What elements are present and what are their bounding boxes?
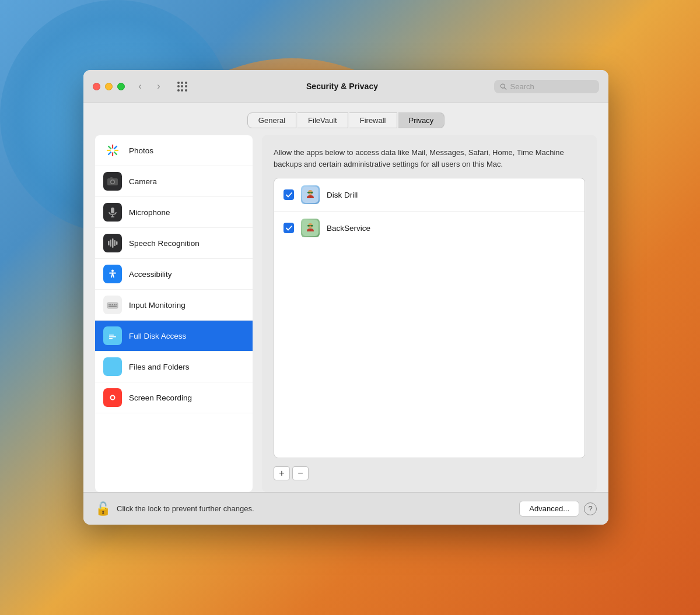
lock-area[interactable]: 🔓 Click the lock to prevent further chan… xyxy=(95,501,519,516)
app-row-backservice: BackService xyxy=(274,212,584,244)
disk-drill-avatar xyxy=(301,185,320,204)
svg-rect-42 xyxy=(310,226,311,226)
photos-icon-svg xyxy=(105,143,120,158)
fulldisk-icon-svg xyxy=(106,329,119,342)
sidebar-item-accessibility[interactable]: Accessibility xyxy=(95,259,253,290)
sidebar-item-microphone-label: Microphone xyxy=(129,208,170,217)
svg-point-17 xyxy=(111,270,114,272)
check-icon xyxy=(286,192,292,198)
advanced-button[interactable]: Advanced... xyxy=(519,501,579,516)
back-button[interactable]: ‹ xyxy=(132,78,148,94)
search-input[interactable] xyxy=(510,82,593,91)
svg-rect-7 xyxy=(110,177,113,179)
files-icon-svg xyxy=(106,360,120,374)
svg-rect-23 xyxy=(116,304,117,305)
titlebar: ‹ › Security & Privacy xyxy=(83,70,608,103)
accessibility-icon xyxy=(103,265,122,283)
svg-rect-36 xyxy=(310,192,311,193)
sidebar: Photos Camera xyxy=(95,135,253,492)
sidebar-item-photos[interactable]: Photos xyxy=(95,135,253,166)
svg-rect-18 xyxy=(107,303,118,308)
system-preferences-window: ‹ › Security & Privacy General FileVault… xyxy=(83,70,608,525)
svg-rect-26 xyxy=(109,335,114,336)
speech-icon-svg xyxy=(107,237,118,249)
backservice-checkbox[interactable] xyxy=(284,223,294,233)
add-app-button[interactable]: + xyxy=(274,466,290,480)
photos-icon xyxy=(103,141,122,160)
svg-rect-13 xyxy=(112,238,114,248)
sidebar-item-input-monitoring[interactable]: Input Monitoring xyxy=(95,290,253,321)
close-button[interactable] xyxy=(93,83,100,90)
minimize-button[interactable] xyxy=(105,83,113,90)
sidebar-item-microphone[interactable]: Microphone xyxy=(95,197,253,228)
files-and-folders-icon xyxy=(103,357,122,376)
svg-rect-40 xyxy=(307,225,310,227)
sidebar-item-screen-recording[interactable]: Screen Recording xyxy=(95,382,253,413)
backservice-avatar-svg xyxy=(302,220,318,236)
traffic-lights xyxy=(93,83,125,90)
lock-icon: 🔓 xyxy=(95,501,111,516)
tabs-bar: General FileVault Firewall Privacy xyxy=(83,103,608,135)
maximize-button[interactable] xyxy=(117,83,125,90)
svg-point-6 xyxy=(111,181,114,184)
forward-button[interactable]: › xyxy=(150,78,167,94)
app-row-disk-drill: Disk Drill xyxy=(274,178,584,212)
sidebar-item-photos-label: Photos xyxy=(129,146,153,155)
accessibility-icon-svg xyxy=(106,268,119,280)
disk-drill-checkbox[interactable] xyxy=(284,189,294,200)
apps-list: Disk Drill xyxy=(274,178,585,458)
full-disk-icon xyxy=(103,326,122,345)
content-area: Photos Camera xyxy=(83,135,608,492)
sidebar-item-files-label: Files and Folders xyxy=(129,363,190,371)
backservice-avatar xyxy=(301,219,320,237)
sidebar-item-accessibility-label: Accessibility xyxy=(129,270,172,279)
svg-rect-35 xyxy=(311,192,313,194)
footer: 🔓 Click the lock to prevent further chan… xyxy=(83,492,608,525)
camera-icon xyxy=(103,172,122,191)
search-box[interactable] xyxy=(494,80,599,93)
sidebar-item-full-disk-access[interactable]: Full Disk Access xyxy=(95,321,253,352)
svg-rect-21 xyxy=(112,304,113,305)
svg-rect-14 xyxy=(114,240,116,246)
sidebar-item-speech-recognition[interactable]: Speech Recognition xyxy=(95,228,253,259)
svg-rect-15 xyxy=(116,241,118,245)
svg-rect-28 xyxy=(109,338,113,339)
window-title: Security & Privacy xyxy=(197,82,487,91)
description-text: Allow the apps below to access data like… xyxy=(274,147,585,170)
grid-icon xyxy=(177,82,187,92)
svg-rect-27 xyxy=(109,336,116,338)
speech-recognition-icon xyxy=(103,234,122,252)
footer-buttons: Advanced... ? xyxy=(519,501,597,516)
sidebar-item-screenrec-label: Screen Recording xyxy=(129,393,192,402)
camera-icon-svg xyxy=(107,175,118,187)
svg-rect-24 xyxy=(108,306,117,307)
backservice-name: BackService xyxy=(327,224,370,233)
check-icon-2 xyxy=(286,226,292,231)
search-icon xyxy=(500,83,507,90)
svg-rect-11 xyxy=(108,241,110,245)
svg-rect-41 xyxy=(311,225,313,227)
disk-drill-avatar-svg xyxy=(302,187,318,203)
microphone-icon-svg xyxy=(107,206,118,218)
svg-point-31 xyxy=(111,396,114,399)
input-icon-svg xyxy=(106,298,119,311)
svg-point-0 xyxy=(501,84,505,88)
tab-firewall[interactable]: Firewall xyxy=(349,113,397,128)
sidebar-item-files-and-folders[interactable]: Files and Folders xyxy=(95,352,253,382)
sidebar-item-camera[interactable]: Camera xyxy=(95,166,253,197)
svg-line-1 xyxy=(505,87,506,89)
bottom-buttons: + − xyxy=(274,466,585,480)
sidebar-item-speech-label: Speech Recognition xyxy=(129,239,200,248)
svg-rect-12 xyxy=(110,240,112,247)
svg-rect-34 xyxy=(307,192,310,194)
help-button[interactable]: ? xyxy=(584,502,597,515)
svg-rect-8 xyxy=(111,208,114,213)
tab-privacy[interactable]: Privacy xyxy=(398,113,445,128)
sidebar-item-camera-label: Camera xyxy=(129,177,157,186)
tab-general[interactable]: General xyxy=(247,113,296,128)
microphone-icon xyxy=(103,203,122,222)
remove-app-button[interactable]: − xyxy=(292,466,309,480)
screen-rec-icon-svg xyxy=(106,391,119,404)
tab-filevault[interactable]: FileVault xyxy=(298,113,348,128)
grid-button[interactable] xyxy=(174,78,190,94)
